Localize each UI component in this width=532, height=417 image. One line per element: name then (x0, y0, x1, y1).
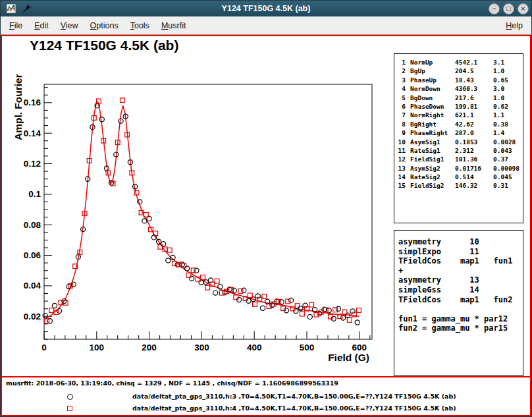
stats-row-error: 3.0 (493, 84, 521, 93)
stats-row-error: 0.62 (493, 102, 521, 111)
stats-row-value: 217.6 (454, 94, 493, 102)
stats-row-name: PhaseDown (406, 102, 454, 111)
stats-row-index: 14 (396, 173, 406, 181)
stats-row-value: 146.32 (454, 181, 493, 190)
stats-row-error: 1.1 (493, 111, 521, 119)
stats-row-error: 0.043 (493, 146, 521, 155)
svg-text:0.1: 0.1 (28, 189, 41, 199)
stats-row-name: AsymSig2 (406, 164, 454, 173)
stats-row-index: 11 (396, 146, 406, 155)
menu-item-help[interactable]: Help (500, 18, 529, 33)
stats-row-error: 1.0 (493, 94, 521, 102)
svg-text:400: 400 (247, 343, 262, 352)
svg-text:0.04: 0.04 (24, 281, 41, 291)
menu-left: FileEditViewOptionsToolsMusrfit (3, 18, 192, 33)
stats-row-name: RateSig2 (406, 173, 454, 181)
window-title: Y124 TF150G 4.5K (ab) (1, 4, 531, 13)
series-circles (43, 103, 359, 325)
circle-marker-icon (67, 394, 73, 400)
theory-box[interactable]: asymmetry 10simplExpo 11TFieldCos map1 f… (394, 230, 523, 376)
stats-row: 4NormDown4360.33.0 (396, 84, 521, 93)
stats-row-value: 101.36 (454, 155, 493, 163)
svg-text:200: 200 (142, 343, 157, 352)
stats-row-name: FieldSig2 (406, 181, 454, 190)
stats-row-value: 204.5 (454, 67, 493, 75)
stats-row: 10AsymSig10.18530.0028 (396, 138, 521, 146)
stats-row: 5BgDown217.61.0 (396, 94, 521, 102)
stats-row-index: 4 (396, 84, 406, 93)
stats-row-index: 2 (396, 67, 406, 75)
menu-item-tools[interactable]: Tools (124, 18, 155, 33)
stats-row-index: 10 (396, 138, 406, 146)
stats-row-value: 0.01716 (454, 164, 493, 173)
stats-row-name: BgDown (406, 94, 454, 102)
menu-item-options[interactable]: Options (84, 18, 124, 33)
legend-divider (2, 376, 530, 377)
svg-text:0.06: 0.06 (24, 250, 41, 260)
stats-row-name: NormDown (406, 84, 454, 93)
legend-row: data/deltat_pta_gps_3110,h:4 ,T0=4.50K,T… (2, 404, 530, 413)
theory-line: TFieldCos map1 fun2 (398, 295, 523, 305)
stats-row-name: NormUp (406, 58, 454, 67)
stats-row-error: 0.37 (493, 155, 521, 163)
maximize-button[interactable]: □ (503, 3, 514, 14)
stats-row-name: NormRight (406, 111, 454, 119)
stats-row-index: 7 (396, 111, 406, 119)
fit-parameters-box[interactable]: 1NormUp4542.13.12BgUp204.51.03PhaseUp18.… (394, 53, 523, 223)
theory-line: + (398, 266, 523, 276)
stats-row-value: 0.1853 (454, 138, 493, 146)
menu-item-file[interactable]: File (3, 18, 28, 33)
x-axis-title: Field (G) (328, 352, 369, 363)
stats-row-index: 1 (396, 58, 406, 67)
stats-row-error: 0.0028 (493, 138, 521, 146)
y-axis: 0.020.040.060.080.10.120.140.16 (24, 88, 52, 339)
legend-label: data/deltat_pta_gps_3110,h:3 ,T0=4.50K,T… (132, 393, 456, 400)
menu-item-edit[interactable]: Edit (28, 18, 55, 33)
stats-row-index: 13 (396, 164, 406, 173)
svg-text:100: 100 (90, 343, 105, 352)
stats-row: 12FieldSig1101.360.37 (396, 155, 521, 163)
title-bar[interactable]: Y124 TF150G 4.5K (ab) − □ × (1, 1, 531, 16)
menu-item-musrfit[interactable]: Musrfit (155, 18, 192, 33)
stats-row: 9PhaseRight287.01.4 (396, 128, 521, 137)
stats-row-index: 9 (396, 128, 406, 137)
stats-row-error: 3.1 (493, 58, 521, 67)
y-axis-title: Ampl. Fourier (13, 74, 24, 140)
theory-line: TFieldCos map1 fun1 (398, 256, 523, 266)
stats-row-value: 4360.3 (454, 84, 493, 93)
pin-icon[interactable] (21, 3, 33, 14)
stats-row-index: 3 (396, 76, 406, 84)
stats-row: 8BgRight42.620.38 (396, 120, 521, 128)
stats-row-value: 0.514 (454, 173, 493, 181)
stats-row: 14RateSig20.5140.045 (396, 173, 521, 181)
stats-row-name: PhaseRight (406, 128, 454, 137)
svg-text:0.16: 0.16 (24, 97, 41, 107)
stats-row: 11RateSig12.3120.043 (396, 146, 521, 155)
theory-line: simpleGss 14 (398, 285, 523, 295)
root-canvas[interactable]: Y124 TF150G 4.5K (ab) 010020030040050060… (1, 35, 531, 416)
stats-row-value: 199.81 (454, 102, 493, 111)
app-icon[interactable] (5, 3, 17, 14)
stats-row: 7NormRight621.11.1 (396, 111, 521, 119)
stats-row-value: 621.1 (454, 111, 493, 119)
stats-row: 6PhaseDown199.810.62 (396, 102, 521, 111)
theory-line: asymmetry 10 (398, 237, 523, 247)
stats-row-error: 0.31 (493, 181, 521, 190)
stats-row-index: 6 (396, 102, 406, 111)
legend-row: data/deltat_pta_gps_3110,h:3 ,T0=4.50K,T… (2, 392, 530, 401)
stats-row: 15FieldSig2146.320.31 (396, 181, 521, 190)
menu-right: Help (500, 18, 529, 33)
stats-row-value: 2.312 (454, 146, 493, 155)
minimize-button[interactable]: − (489, 3, 500, 14)
theory-line: simplExpo 11 (398, 247, 523, 257)
close-button[interactable]: × (518, 3, 529, 14)
svg-text:0.14: 0.14 (24, 128, 41, 138)
stats-row-name: RateSig1 (406, 146, 454, 155)
x-axis: 0100200300400500600 (41, 331, 370, 352)
fit-info: musrfit: 2018-06-30, 13:19:40, chisq = 1… (6, 379, 338, 387)
theory-line: fun1 = gamma_mu * par12 (398, 314, 523, 324)
menu-item-view[interactable]: View (55, 18, 84, 33)
stats-row-error: 1.0 (493, 67, 521, 75)
plot-area[interactable]: 01002003004005006000.020.040.060.080.10.… (2, 36, 394, 375)
svg-text:300: 300 (194, 343, 209, 352)
